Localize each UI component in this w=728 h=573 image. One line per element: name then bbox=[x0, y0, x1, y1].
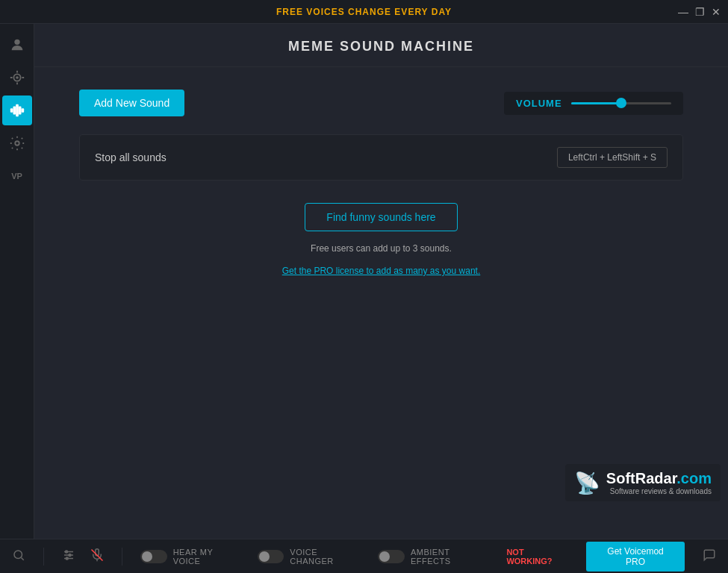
chat-icon[interactable] bbox=[703, 548, 716, 564]
svg-rect-3 bbox=[10, 108, 13, 113]
volume-slider-thumb[interactable] bbox=[616, 98, 626, 108]
ambient-effects-group: AMBIENT EFFECTS bbox=[378, 548, 491, 566]
bottom-bar: HEAR MY VOICE VOICE CHANGER AMBIENT EFFE… bbox=[0, 539, 728, 573]
hear-my-voice-group: HEAR MY VOICE bbox=[140, 548, 243, 566]
divider-2 bbox=[122, 548, 122, 566]
svg-rect-5 bbox=[16, 104, 19, 117]
stop-sounds-row: Stop all sounds LeftCtrl + LeftShift + S bbox=[79, 134, 683, 181]
svg-point-14 bbox=[69, 554, 71, 557]
main-content: MEME SOUND MACHINE Add New Sound VOLUME … bbox=[34, 24, 728, 539]
mixer-icon[interactable] bbox=[62, 548, 75, 564]
watermark-title: SoftRadar bbox=[606, 470, 676, 486]
sidebar-item-settings[interactable] bbox=[2, 128, 32, 158]
restore-button[interactable]: ❐ bbox=[694, 6, 706, 18]
watermark: 📡 SoftRadar.com Software reviews & downl… bbox=[565, 464, 721, 501]
not-working-label[interactable]: NOT WORKING? bbox=[506, 548, 571, 566]
voice-changer-label: VOICE CHANGER bbox=[290, 548, 363, 566]
volume-slider-fill bbox=[571, 102, 621, 104]
svg-rect-6 bbox=[18, 107, 21, 115]
soundboard-icon bbox=[9, 102, 25, 119]
mute-microphone-icon[interactable] bbox=[90, 548, 104, 564]
svg-point-2 bbox=[16, 76, 19, 79]
svg-point-9 bbox=[14, 551, 22, 559]
svg-point-15 bbox=[66, 557, 68, 560]
sidebar-item-home[interactable] bbox=[2, 30, 32, 60]
free-users-text: Free users can add up to 3 sounds. bbox=[311, 243, 452, 254]
pro-license-link[interactable]: Get the PRO license to add as many as yo… bbox=[282, 266, 480, 276]
ambient-effects-label: AMBIENT EFFECTS bbox=[411, 548, 491, 566]
ambient-effects-thumb bbox=[379, 551, 390, 562]
stop-sounds-label: Stop all sounds bbox=[95, 151, 167, 163]
sidebar-item-voicechanger[interactable] bbox=[2, 63, 32, 93]
svg-rect-4 bbox=[13, 107, 16, 115]
watermark-title-accent: .com bbox=[676, 470, 712, 486]
sidebar-item-vp[interactable]: VP bbox=[2, 161, 32, 191]
app-body: VP MEME SOUND MACHINE Add New Sound VOLU… bbox=[0, 24, 728, 539]
svg-rect-7 bbox=[21, 108, 24, 113]
voice-changer-group: VOICE CHANGER bbox=[258, 548, 364, 566]
svg-point-0 bbox=[14, 40, 19, 45]
title-bar: FREE VOICES CHANGE EVERY DAY — ❐ ✕ bbox=[0, 0, 728, 24]
sidebar-item-soundboard[interactable] bbox=[2, 96, 32, 125]
voicechanger-icon bbox=[9, 69, 25, 86]
ambient-effects-toggle[interactable] bbox=[378, 550, 405, 563]
voice-changer-thumb bbox=[259, 551, 270, 562]
voice-changer-toggle[interactable] bbox=[258, 550, 284, 563]
get-pro-button[interactable]: Get Voicemod PRO bbox=[586, 542, 685, 572]
controls-row: Add New Sound VOLUME bbox=[79, 90, 683, 116]
search-icon[interactable] bbox=[12, 548, 25, 564]
volume-label: VOLUME bbox=[516, 98, 562, 109]
close-button[interactable]: ✕ bbox=[710, 6, 722, 18]
volume-slider-track[interactable] bbox=[571, 102, 671, 104]
sidebar: VP bbox=[0, 24, 34, 539]
find-sounds-section: Find funny sounds here Free users can ad… bbox=[79, 203, 683, 276]
svg-point-8 bbox=[15, 141, 19, 145]
page-title: MEME SOUND MACHINE bbox=[288, 39, 474, 54]
hear-my-voice-toggle[interactable] bbox=[140, 550, 167, 563]
watermark-satellite-icon: 📡 bbox=[574, 471, 600, 495]
minimize-button[interactable]: — bbox=[677, 6, 689, 18]
home-icon bbox=[9, 37, 25, 53]
stop-sounds-shortcut[interactable]: LeftCtrl + LeftShift + S bbox=[557, 147, 668, 168]
banner-text: FREE VOICES CHANGE EVERY DAY bbox=[276, 7, 452, 17]
add-sound-button[interactable]: Add New Sound bbox=[79, 90, 184, 116]
window-controls: — ❐ ✕ bbox=[677, 6, 722, 18]
page-header: MEME SOUND MACHINE bbox=[34, 24, 728, 67]
vp-label: VP bbox=[11, 172, 22, 181]
hear-my-voice-thumb bbox=[142, 551, 152, 562]
settings-icon bbox=[9, 135, 25, 151]
svg-point-13 bbox=[65, 551, 67, 553]
watermark-subtitle: Software reviews & downloads bbox=[606, 487, 712, 495]
hear-my-voice-label: HEAR MY VOICE bbox=[173, 548, 243, 566]
find-sounds-button[interactable]: Find funny sounds here bbox=[305, 203, 457, 231]
divider-1 bbox=[43, 548, 44, 566]
volume-control: VOLUME bbox=[504, 92, 683, 115]
